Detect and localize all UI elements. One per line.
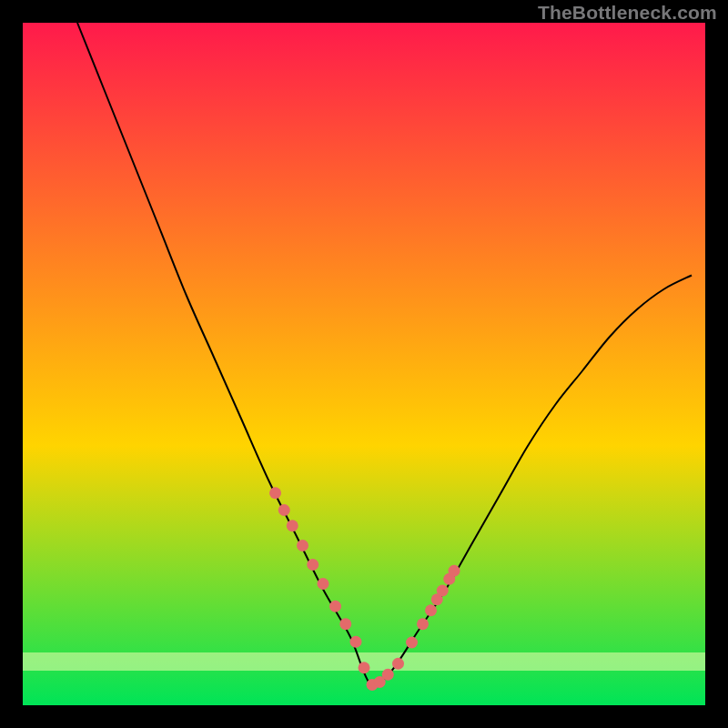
curve-marker bbox=[406, 637, 418, 649]
curve-marker bbox=[359, 662, 370, 673]
curve-marker bbox=[278, 504, 290, 516]
curve-marker bbox=[318, 578, 329, 590]
curve-marker bbox=[297, 540, 308, 551]
curve-marker bbox=[382, 669, 394, 681]
watermark-text: TheBottleneck.com bbox=[538, 2, 717, 24]
curve-marker bbox=[350, 636, 362, 648]
curve-marker bbox=[329, 601, 341, 612]
gradient-background bbox=[23, 23, 705, 705]
curve-marker bbox=[269, 487, 281, 499]
curve-marker bbox=[307, 559, 318, 571]
plot-area bbox=[23, 23, 705, 705]
chart-svg bbox=[23, 23, 705, 705]
curve-marker bbox=[392, 658, 404, 670]
curve-marker bbox=[449, 565, 460, 577]
curve-marker bbox=[339, 618, 351, 630]
curve-marker bbox=[425, 604, 437, 616]
curve-marker bbox=[437, 585, 449, 597]
curve-marker bbox=[287, 520, 298, 531]
curve-marker bbox=[417, 618, 429, 630]
chart-frame: TheBottleneck.com bbox=[0, 0, 728, 728]
